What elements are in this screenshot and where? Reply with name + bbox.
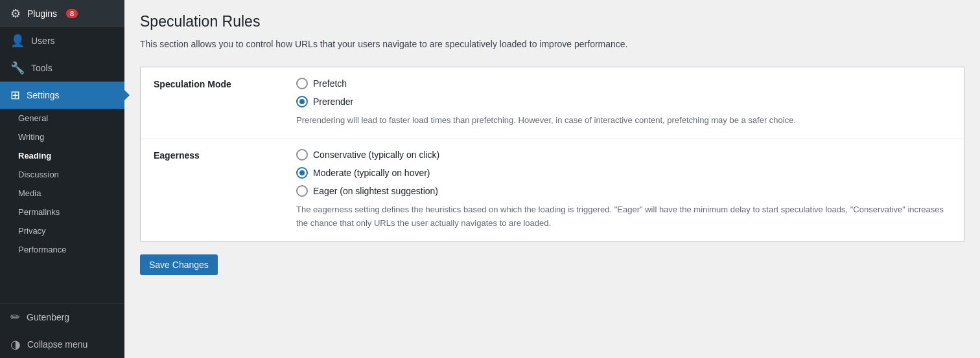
tools-icon: 🔧 [10, 61, 25, 75]
prefetch-radio[interactable] [296, 78, 308, 89]
eager-option[interactable]: Eager (on slightest suggestion) [296, 185, 951, 197]
sidebar-item-discussion[interactable]: Discussion [0, 165, 124, 184]
sidebar-item-performance[interactable]: Performance [0, 240, 124, 259]
sidebar-item-users[interactable]: 👤 Users [0, 27, 124, 54]
page-title: Speculation Rules [140, 13, 964, 30]
eagerness-help: The eagerness setting defines the heuris… [296, 203, 951, 230]
sidebar-item-plugins[interactable]: ⚙ Plugins 8 [0, 0, 124, 27]
plugins-icon: ⚙ [10, 6, 21, 21]
plugins-badge: 8 [66, 9, 78, 18]
plugins-label: Plugins [27, 8, 57, 19]
eager-label: Eager (on slightest suggestion) [313, 186, 438, 196]
sidebar-item-collapse[interactable]: ◑ Collapse menu [0, 331, 124, 358]
sidebar: ⚙ Plugins 8 👤 Users 🔧 Tools ⊞ Settings G… [0, 0, 124, 358]
sidebar-item-gutenberg[interactable]: ✏ Gutenberg [0, 304, 124, 331]
content-wrap: Speculation Rules This section allows yo… [140, 13, 964, 275]
sidebar-item-permalinks[interactable]: Permalinks [0, 203, 124, 221]
eagerness-label: Eagerness [154, 149, 296, 161]
gutenberg-label: Gutenberg [27, 312, 69, 322]
sidebar-item-settings[interactable]: ⊞ Settings [0, 82, 124, 109]
eagerness-row: Eagerness Conservative (typically on cli… [141, 139, 964, 241]
prerender-radio[interactable] [296, 96, 308, 107]
tools-label: Tools [31, 63, 52, 73]
moderate-option[interactable]: Moderate (typically on hover) [296, 167, 951, 179]
conservative-option[interactable]: Conservative (typically on click) [296, 149, 951, 161]
speculation-mode-label: Speculation Mode [154, 78, 296, 89]
sidebar-item-reading[interactable]: Reading [0, 146, 124, 165]
collapse-icon: ◑ [10, 337, 21, 352]
speculation-mode-control: Prefetch Prerender Prerendering will lea… [296, 78, 951, 128]
main-content: Speculation Rules This section allows yo… [124, 0, 980, 358]
speculation-mode-help: Prerendering will lead to faster load ti… [296, 114, 951, 128]
conservative-label: Conservative (typically on click) [313, 150, 439, 160]
settings-label: Settings [27, 90, 60, 100]
conservative-radio[interactable] [296, 149, 308, 161]
sidebar-item-writing[interactable]: Writing [0, 128, 124, 146]
settings-submenu: General Writing Reading Discussion Media… [0, 109, 124, 259]
users-icon: 👤 [10, 34, 25, 48]
prefetch-option[interactable]: Prefetch [296, 78, 951, 89]
eagerness-control: Conservative (typically on click) Modera… [296, 149, 951, 230]
sidebar-item-media[interactable]: Media [0, 184, 124, 203]
prerender-option[interactable]: Prerender [296, 96, 951, 107]
settings-icon: ⊞ [10, 88, 20, 102]
settings-card: Speculation Mode Prefetch Prerender [140, 67, 964, 241]
sidebar-item-general[interactable]: General [0, 109, 124, 128]
sidebar-item-privacy[interactable]: Privacy [0, 221, 124, 240]
eagerness-options: Conservative (typically on click) Modera… [296, 149, 951, 197]
eager-radio[interactable] [296, 185, 308, 197]
moderate-radio[interactable] [296, 167, 308, 179]
speculation-mode-options: Prefetch Prerender [296, 78, 951, 107]
moderate-label: Moderate (typically on hover) [313, 168, 430, 178]
save-button[interactable]: Save Changes [140, 254, 218, 275]
sidebar-bottom: ✏ Gutenberg ◑ Collapse menu [0, 303, 124, 358]
section-description: This section allows you to control how U… [140, 37, 964, 51]
gutenberg-icon: ✏ [10, 310, 20, 324]
prerender-label: Prerender [313, 96, 353, 107]
collapse-label: Collapse menu [27, 339, 88, 350]
speculation-mode-row: Speculation Mode Prefetch Prerender [141, 67, 964, 139]
prefetch-label: Prefetch [313, 78, 347, 89]
sidebar-item-tools[interactable]: 🔧 Tools [0, 54, 124, 82]
settings-chevron-icon [123, 89, 130, 102]
users-label: Users [31, 36, 55, 46]
